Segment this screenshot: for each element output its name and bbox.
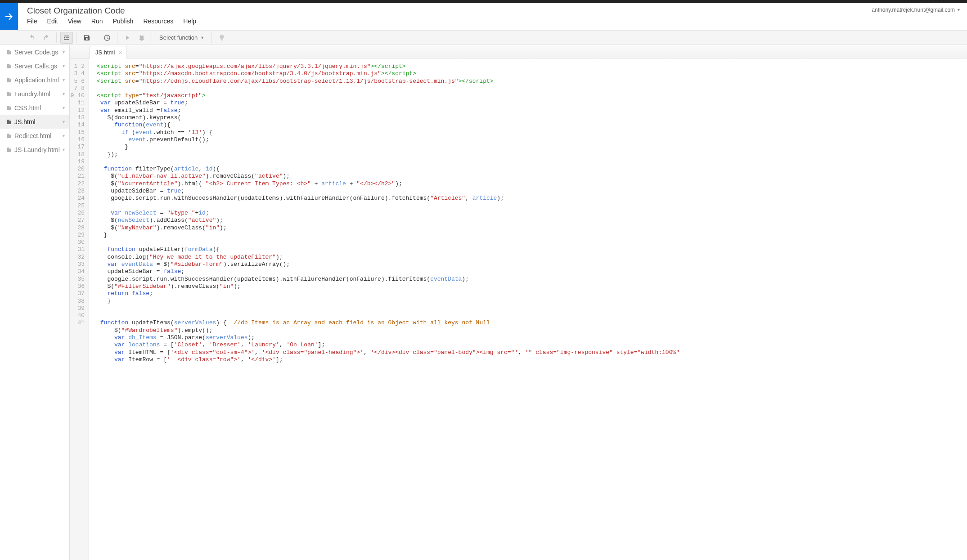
clock-icon [103,34,111,41]
file-sidebar: Server Code.gs▼Server Calls.gs▼Applicati… [0,45,70,560]
editor-area: JS.html × 1 2 3 4 5 6 7 8 9 10 11 12 13 … [70,45,967,560]
play-icon [124,34,131,41]
debug-button[interactable] [135,32,148,44]
file-label: Server Code.gs [14,49,58,56]
function-selector[interactable]: Select function ▼ [155,32,209,44]
toolbar: Select function ▼ [0,30,967,45]
menu-file[interactable]: File [27,18,37,25]
account-switcher[interactable]: anthony.matrejek.hunt@gmail.com ▼ [872,7,961,13]
bug-icon [138,34,145,41]
file-label: CSS.html [14,104,41,112]
function-selector-label: Select function [159,34,198,41]
caret-down-icon[interactable]: ▼ [62,78,66,82]
menu-publish[interactable]: Publish [112,18,133,25]
caret-down-icon[interactable]: ▼ [62,64,66,68]
close-icon[interactable]: × [118,49,122,56]
sidebar-file[interactable]: Redirect.html▼ [0,129,69,143]
undo-button[interactable] [26,32,38,44]
sidebar-file[interactable]: Server Calls.gs▼ [0,59,69,73]
redo-button[interactable] [40,32,53,44]
caret-down-icon[interactable]: ▼ [62,92,66,96]
file-label: Server Calls.gs [14,63,57,70]
file-tab-active[interactable]: JS.html × [90,46,126,58]
caret-down-icon[interactable]: ▼ [62,50,66,54]
save-button[interactable] [81,32,93,44]
redo-icon [43,34,50,41]
sidebar-file[interactable]: JS.html▼ [0,115,69,129]
caret-down-icon[interactable]: ▼ [62,134,66,138]
apps-script-logo[interactable] [0,3,18,30]
menu-run[interactable]: Run [91,18,103,25]
browser-chrome-strip [0,0,967,3]
tab-bar: JS.html × [70,45,967,58]
caret-down-icon[interactable]: ▼ [62,120,66,124]
menubar: FileEditViewRunPublishResourcesHelp [27,18,196,25]
caret-down-icon: ▼ [200,36,204,40]
sidebar-file[interactable]: Laundry.html▼ [0,87,69,101]
file-label: Redirect.html [14,132,51,139]
undo-icon [28,34,36,41]
gutter: 1 2 3 4 5 6 7 8 9 10 11 12 13 14 15 16 1… [70,58,89,560]
file-label: Laundry.html [14,90,50,98]
file-tab-label: JS.html [95,49,115,56]
sidebar-file[interactable]: Application.html▼ [0,73,69,87]
menu-view[interactable]: View [68,18,81,25]
menu-resources[interactable]: Resources [143,18,173,25]
triggers-button[interactable] [101,32,113,44]
caret-down-icon[interactable]: ▼ [62,148,66,152]
file-label: JS-Laundry.html [14,146,60,153]
run-button[interactable] [121,32,134,44]
file-label: JS.html [14,118,36,125]
sidebar-file[interactable]: JS-Laundry.html▼ [0,143,69,157]
sidebar-file[interactable]: CSS.html▼ [0,101,69,115]
project-title[interactable]: Closet Organization Code [27,6,196,16]
menu-edit[interactable]: Edit [47,18,58,25]
arrow-right-icon [4,11,14,22]
caret-down-icon: ▼ [957,8,961,12]
user-email-text: anthony.matrejek.hunt@gmail.com [872,7,955,13]
header: Closet Organization Code FileEditViewRun… [0,3,967,30]
light-bulb-button[interactable] [216,32,228,44]
code-editor[interactable]: 1 2 3 4 5 6 7 8 9 10 11 12 13 14 15 16 1… [70,58,967,560]
caret-down-icon[interactable]: ▼ [62,106,66,110]
indent-button[interactable] [60,32,73,44]
menu-help[interactable]: Help [183,18,196,25]
file-label: Application.html [14,76,59,84]
sidebar-file[interactable]: Server Code.gs▼ [0,45,69,59]
indent-icon [63,34,70,41]
save-icon [83,34,90,41]
lightbulb-icon [218,34,225,41]
